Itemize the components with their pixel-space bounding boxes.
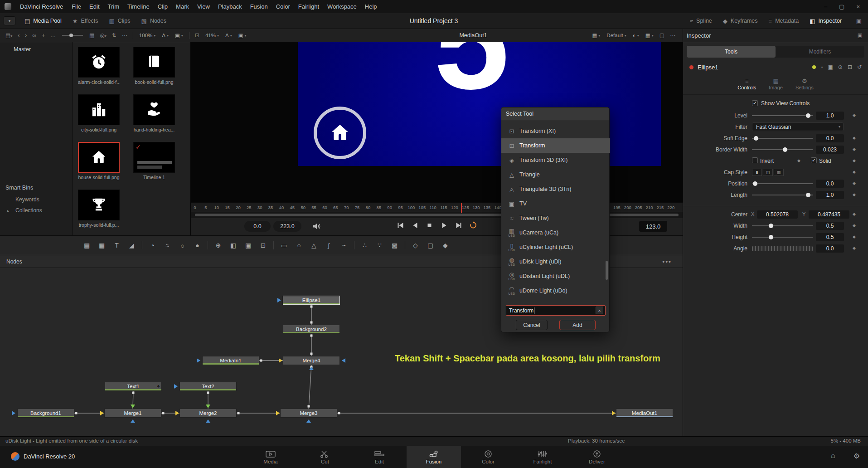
- smart-bin-collections[interactable]: Collections: [15, 207, 42, 214]
- height-value[interactable]: 0.5: [816, 233, 844, 241]
- channel-dropdown[interactable]: ▦▾: [589, 32, 603, 39]
- inspector-tab-tools[interactable]: Tools: [687, 46, 776, 58]
- tool-option-transform[interactable]: ⊡Transform: [501, 138, 610, 153]
- tool-option-ucylinder-light-ucl[interactable]: ▯USDuCylinder Light (uCL): [501, 240, 610, 254]
- sort-icon[interactable]: ⇅: [109, 32, 119, 39]
- position-slider-handle[interactable]: [753, 181, 757, 186]
- link-icon[interactable]: ∞: [29, 32, 39, 39]
- height-slider-track[interactable]: [752, 237, 813, 238]
- thumb-size-slider[interactable]: [62, 35, 83, 36]
- viewer-options-icon[interactable]: ⋯: [667, 32, 678, 39]
- page-tab-color[interactable]: Color: [461, 446, 515, 468]
- ellipse-mask-tool-icon[interactable]: ○: [293, 239, 305, 251]
- color-corrector-tool-icon[interactable]: ◔: [146, 239, 159, 251]
- media-clip-book-solid-full-png[interactable]: book-solid-full.png: [133, 47, 175, 85]
- center-y-value[interactable]: 0.487435: [809, 210, 849, 219]
- grid-view-icon[interactable]: ▦: [87, 32, 97, 39]
- keyframe-diamond-icon[interactable]: ◆: [853, 181, 856, 185]
- dissolve-tool-icon[interactable]: ◧: [227, 239, 239, 251]
- menu-mark[interactable]: Mark: [172, 3, 193, 10]
- menu-app[interactable]: DaVinci Resolve: [16, 3, 68, 10]
- keyframe-diamond-icon[interactable]: ◆: [853, 212, 856, 216]
- fullscreen-icon[interactable]: ▢: [657, 32, 667, 39]
- node-merge4[interactable]: Merge4: [283, 356, 340, 365]
- background-tool-icon[interactable]: ▦: [96, 239, 108, 251]
- first-frame-button[interactable]: [397, 222, 404, 229]
- home-layout-icon[interactable]: ⌂: [831, 452, 835, 460]
- node-pin-icon[interactable]: ⊙: [838, 64, 843, 70]
- close-button[interactable]: ×: [856, 3, 860, 10]
- node-text1[interactable]: Text1◆: [105, 382, 162, 391]
- menu-trim[interactable]: Trim: [104, 3, 124, 10]
- toolbar-button-media-pool[interactable]: ▤Media Pool: [19, 18, 67, 24]
- more-icon[interactable]: …: [48, 32, 58, 39]
- cancel-button[interactable]: Cancel: [516, 320, 548, 330]
- pan-icon[interactable]: +: [39, 32, 48, 39]
- node-merge2[interactable]: Merge2: [179, 409, 237, 418]
- level-value[interactable]: 1.0: [816, 112, 844, 120]
- media-in-tool-icon[interactable]: ▤: [81, 239, 93, 251]
- render-3d-tool-icon[interactable]: ◆: [439, 239, 451, 251]
- node-background2[interactable]: Background2: [283, 325, 340, 334]
- soft-edge-slider-track[interactable]: [752, 138, 813, 139]
- media-clip-alarm-clock-solid-f[interactable]: alarm-clock-solid-f...: [78, 47, 120, 85]
- level-slider-handle[interactable]: [806, 113, 810, 118]
- audio-mute-icon[interactable]: [312, 223, 321, 230]
- matte-control-tool-icon[interactable]: ▣: [242, 239, 254, 251]
- inspector-node-row[interactable]: Ellipse1 ▾ ▣ ⊙ ⊡ ↺: [683, 60, 868, 74]
- inspector-subtab-controls[interactable]: ≡Controls: [737, 78, 756, 90]
- keyframe-diamond-icon[interactable]: ◆: [797, 158, 800, 163]
- node-tile-color-dot[interactable]: [812, 65, 816, 69]
- page-tab-edit[interactable]: Edit: [352, 446, 407, 468]
- invert-checkbox[interactable]: [752, 157, 758, 163]
- ellipsis-icon[interactable]: ⋯: [119, 32, 130, 39]
- gain-a-dropdown[interactable]: A▾: [159, 33, 172, 38]
- zoom-a-dropdown[interactable]: 100%▾: [136, 33, 159, 38]
- toolbar-button-nodes[interactable]: ▧Nodes: [136, 18, 172, 24]
- inspector-subtab-image[interactable]: ▦Image: [769, 78, 783, 90]
- back-icon[interactable]: ‹: [15, 32, 22, 39]
- keyframe-diamond-icon[interactable]: ◆: [853, 147, 856, 151]
- length-slider-handle[interactable]: [806, 193, 810, 197]
- play-button[interactable]: [440, 222, 447, 229]
- playhead[interactable]: [461, 203, 462, 213]
- paint-mask-tool-icon[interactable]: ~: [338, 239, 350, 251]
- book-thumbnail[interactable]: [133, 47, 175, 78]
- current-frame-field[interactable]: 123.0: [639, 221, 667, 232]
- tool-option-ucamera-uca[interactable]: ▦USDuCamera (uCa): [501, 225, 610, 240]
- keyframe-diamond-icon[interactable]: ◆: [853, 136, 856, 140]
- forward-icon[interactable]: ›: [22, 32, 29, 39]
- smart-bins-header[interactable]: Smart Bins: [5, 185, 33, 191]
- node-text2[interactable]: Text2: [179, 382, 237, 391]
- keyframe-diamond-icon[interactable]: ◆: [853, 246, 856, 250]
- node-merge1[interactable]: Merge1: [104, 409, 161, 418]
- expand-viewer-icon[interactable]: ⊡: [192, 32, 202, 39]
- keyframe-diamond-icon[interactable]: ◆: [853, 113, 856, 117]
- inspector-tab-modifiers[interactable]: Modifiers: [776, 46, 864, 58]
- node-background1[interactable]: Background1: [17, 409, 74, 418]
- inspector-subtab-settings[interactable]: ⚙Settings: [795, 78, 814, 90]
- page-tab-fusion[interactable]: Fusion: [407, 446, 461, 468]
- layout-dropdown[interactable]: ▦▾: [642, 32, 657, 39]
- media-clip-hand-holding-hea[interactable]: hand-holding-hea...: [133, 94, 175, 132]
- page-tab-media[interactable]: Media: [243, 446, 298, 468]
- node-mediaout1[interactable]: MediaOut1: [616, 409, 673, 418]
- bspline-mask-tool-icon[interactable]: ∫: [323, 239, 335, 251]
- border-width-value[interactable]: 0.023: [816, 146, 844, 154]
- tool-search-input[interactable]: Transform ×: [506, 305, 606, 316]
- last-frame-button[interactable]: [455, 222, 462, 229]
- paint-tool-icon[interactable]: ◢: [126, 239, 138, 251]
- media-clip-timeline-1[interactable]: ✓Timeline 1: [133, 142, 175, 180]
- clear-search-icon[interactable]: ×: [596, 307, 603, 314]
- zoom-b-dropdown[interactable]: 41%▾: [202, 33, 222, 38]
- glow-tool-icon[interactable]: ☼: [176, 239, 189, 251]
- keyframe-diamond-icon[interactable]: ◆: [853, 192, 856, 197]
- node-ellipse1[interactable]: Ellipse1: [283, 296, 340, 305]
- menu-color[interactable]: Color: [272, 3, 294, 10]
- menu-file[interactable]: File: [68, 3, 85, 10]
- position-slider-track[interactable]: [752, 183, 813, 184]
- color-curves-tool-icon[interactable]: ≈: [161, 239, 174, 251]
- tool-option-triangulate-3d-3tri[interactable]: ◬Triangulate 3D (3Tri): [501, 182, 610, 196]
- height-slider-handle[interactable]: [769, 235, 773, 239]
- shape-3d-tool-icon[interactable]: ◇: [409, 239, 422, 251]
